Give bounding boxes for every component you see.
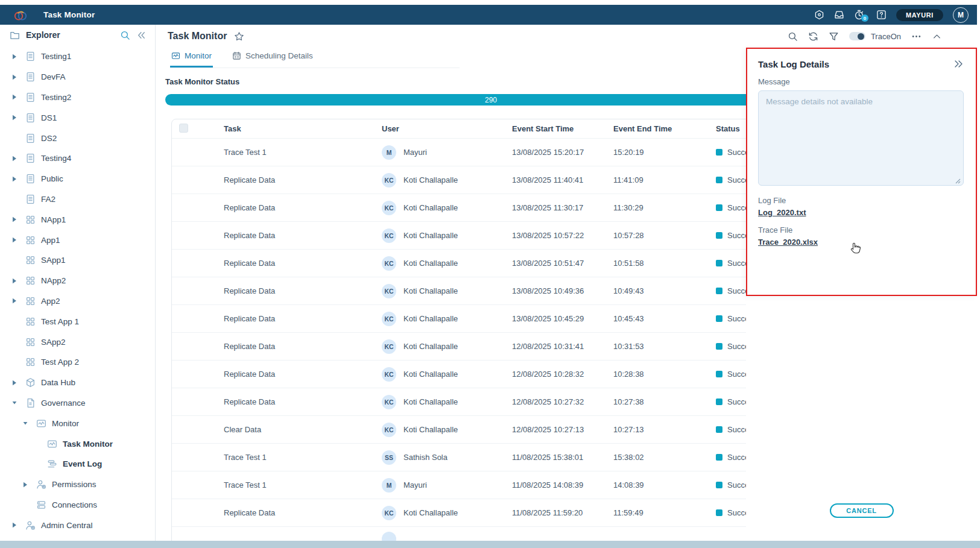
table-row[interactable]: Replicate DataKCKoti Challapalle13/08/20… — [172, 304, 746, 332]
start-time-cell: 13/08/2025 10:45:29 — [512, 314, 613, 323]
collapse-sidebar-icon[interactable] — [136, 30, 147, 40]
column-header-task[interactable]: Task — [224, 124, 382, 133]
sidebar-item-data-hub[interactable]: Data Hub — [0, 373, 155, 393]
table-row[interactable]: Replicate DataKCKoti Challapalle13/08/20… — [172, 221, 746, 249]
sidebar-item-label: Permissions — [52, 480, 96, 489]
sidebar-item-app1[interactable]: App1 — [0, 230, 155, 250]
column-header-status[interactable]: Status — [716, 124, 746, 133]
filter-icon[interactable] — [829, 31, 839, 42]
table-row[interactable]: Trace Test 1SSSathish Sola11/08/2025 15:… — [172, 443, 746, 471]
task-cell: Replicate Data — [224, 203, 382, 212]
chevron-right-icon[interactable] — [12, 176, 25, 182]
chevron-down-icon[interactable] — [23, 420, 36, 426]
chevron-right-icon[interactable] — [12, 54, 25, 60]
favorite-star-icon[interactable] — [234, 31, 244, 42]
end-time-cell: 10:31:53 — [613, 342, 716, 351]
bottom-scrollbar[interactable] — [0, 541, 980, 548]
sidebar-item-monitor[interactable]: Monitor — [0, 413, 155, 433]
message-textarea[interactable] — [758, 90, 964, 186]
sidebar-item-task-monitor[interactable]: Task Monitor — [0, 433, 155, 454]
sidebar-item-public[interactable]: Public — [0, 169, 155, 189]
status-square-icon — [716, 371, 722, 377]
table-row[interactable]: Replicate DataKCKoti Challapalle12/08/20… — [172, 360, 746, 388]
chevron-up-icon[interactable] — [932, 31, 942, 42]
log-file-link[interactable]: Log_2020.txt — [758, 208, 806, 217]
sidebar-item-test-app-2[interactable]: Test App 2 — [0, 352, 155, 373]
task-cell: Replicate Data — [224, 508, 382, 517]
table-row[interactable]: Replicate DataKCKoti Challapalle12/08/20… — [172, 332, 746, 360]
task-cell: Replicate Data — [224, 342, 382, 351]
column-header-start[interactable]: Event Start Time — [512, 124, 613, 133]
timer-icon[interactable]: 0 — [854, 10, 864, 20]
sidebar-item-testing2[interactable]: Testing2 — [0, 87, 155, 108]
select-all-checkbox[interactable] — [179, 124, 188, 133]
hexagon-gear-icon[interactable] — [814, 10, 824, 20]
column-header-user[interactable]: User — [382, 124, 512, 133]
calendar-icon — [232, 51, 241, 60]
chevron-right-icon[interactable] — [12, 278, 25, 284]
chevron-right-icon[interactable] — [12, 94, 25, 100]
status-text: Success — [727, 425, 746, 434]
sidebar-item-sapp2[interactable]: SApp2 — [0, 332, 155, 352]
avatar: SS — [382, 450, 396, 465]
sidebar-item-app2[interactable]: App2 — [0, 291, 155, 312]
sidebar-item-test-app-1[interactable]: Test App 1 — [0, 311, 155, 332]
sidebar-item-devfa[interactable]: DevFA — [0, 67, 155, 87]
table-row[interactable]: Replicate DataKCKoti Challapalle13/08/20… — [172, 277, 746, 304]
sidebar-item-ds1[interactable]: DS1 — [0, 107, 155, 128]
sidebar-item-connections[interactable]: Connections — [0, 495, 155, 515]
user-pill[interactable]: MAYURI — [896, 9, 943, 21]
table-row[interactable]: Replicate DataKCKoti Challapalle11/08/20… — [172, 499, 746, 526]
chevron-down-icon[interactable] — [12, 400, 25, 406]
sidebar-item-ds2[interactable]: DS2 — [0, 128, 155, 148]
help-icon[interactable] — [876, 10, 887, 20]
table-row[interactable]: Replicate DataKCKoti Challapalle13/08/20… — [172, 249, 746, 277]
ellipsis-icon[interactable] — [911, 31, 922, 42]
chevron-right-icon[interactable] — [12, 74, 25, 80]
sidebar-item-label: DS1 — [41, 113, 57, 122]
chevron-right-icon[interactable] — [12, 237, 25, 243]
trace-file-link[interactable]: Trace_2020.xlsx — [758, 238, 818, 247]
inbox-icon[interactable] — [834, 10, 844, 20]
chevron-right-icon[interactable] — [12, 216, 25, 222]
chevron-right-icon[interactable] — [23, 482, 36, 488]
sidebar-item-fa2[interactable]: FA2 — [0, 189, 155, 210]
sidebar-item-governance[interactable]: Governance — [0, 393, 155, 414]
resize-grip-icon[interactable] — [955, 178, 961, 184]
table-row[interactable]: Clear DataKCKoti Challapalle12/08/2025 1… — [172, 415, 746, 443]
avatar: KC — [382, 228, 396, 243]
eventlog-icon — [47, 459, 57, 469]
table-row[interactable]: Replicate DataKCKoti Challapalle13/08/20… — [172, 194, 746, 221]
search-icon[interactable] — [120, 30, 130, 40]
cancel-button[interactable]: CANCEL — [830, 503, 894, 518]
sidebar-item-testing1[interactable]: Testing1 — [0, 46, 155, 67]
sidebar-item-permissions[interactable]: Permissions — [0, 474, 155, 495]
table-row[interactable]: Replicate DataKCKoti Challapalle13/08/20… — [172, 166, 746, 194]
task-cell: Trace Test 1 — [224, 148, 382, 157]
chevron-right-icon[interactable] — [12, 156, 25, 162]
sidebar-item-napp2[interactable]: NApp2 — [0, 271, 155, 291]
sidebar-item-napp1[interactable]: NApp1 — [0, 209, 155, 230]
sidebar-item-admin-central[interactable]: Admin Central — [0, 515, 155, 535]
refresh-icon[interactable] — [808, 31, 818, 42]
chevron-right-icon[interactable] — [12, 380, 25, 386]
avatar: KC — [382, 201, 396, 215]
trace-toggle[interactable] — [849, 32, 865, 40]
end-time-cell: 10:57:28 — [613, 231, 716, 240]
chevron-right-icon[interactable] — [12, 298, 25, 304]
column-header-end[interactable]: Event End Time — [613, 124, 716, 133]
collapse-panel-icon[interactable] — [953, 58, 964, 69]
status-square-icon — [716, 509, 722, 516]
sidebar-item-testing4[interactable]: Testing4 — [0, 148, 155, 169]
avatar[interactable]: M — [953, 7, 969, 23]
sidebar-item-sapp1[interactable]: SApp1 — [0, 250, 155, 271]
table-row[interactable]: Trace Test 1MMayuri11/08/2025 14:08:3914… — [172, 471, 746, 499]
search-icon[interactable] — [788, 31, 798, 42]
tab-scheduling-details[interactable]: Scheduling Details — [231, 49, 314, 68]
sidebar-item-event-log[interactable]: Event Log — [0, 454, 155, 474]
table-row[interactable]: Trace Test 1MMayuri13/08/2025 15:20:1715… — [172, 138, 746, 166]
table-row[interactable]: Replicate DataKCKoti Challapalle12/08/20… — [172, 388, 746, 415]
chevron-right-icon[interactable] — [12, 522, 25, 528]
tab-monitor[interactable]: Monitor — [170, 49, 213, 68]
chevron-right-icon[interactable] — [12, 115, 25, 121]
